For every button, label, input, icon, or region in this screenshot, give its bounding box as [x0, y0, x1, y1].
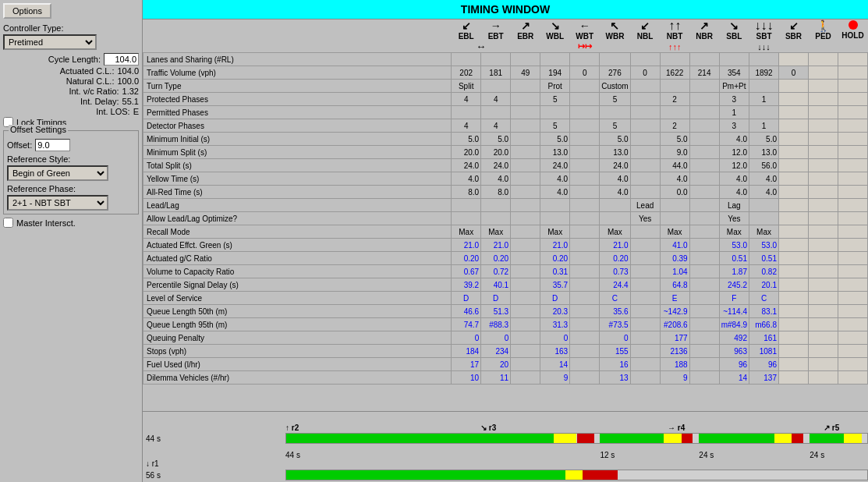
table-cell: 163: [540, 345, 570, 358]
sbr-icon: ↙: [779, 19, 809, 32]
master-int-checkbox[interactable]: [3, 218, 13, 228]
table-row: Minimum Initial (s)5.05.05.05.05.04.05.0: [143, 133, 868, 146]
wb-subhdr: ↦↦: [540, 41, 630, 53]
wbt-label: WBT: [570, 32, 600, 41]
r2-r3-r4-r5-bars: [285, 433, 868, 444]
table-cell: [511, 212, 540, 225]
cycle-length-row: Cycle Length:: [3, 53, 139, 66]
int-vc-value: 1.32: [122, 87, 139, 96]
wbr-icon: ↖: [600, 19, 630, 32]
table-cell: 181: [481, 66, 511, 80]
right-panel: TIMING WINDOW ↙ EBL → EBT: [143, 0, 868, 482]
table-cell: 44.0: [660, 159, 689, 172]
table-cell: 53.0: [719, 239, 749, 252]
table-cell: 31.3: [540, 318, 570, 331]
table-cell: [630, 292, 660, 305]
table-cell: C: [600, 292, 630, 305]
ebl-icon: ↙: [452, 19, 481, 32]
table-row: Lanes and Sharing (#RL): [143, 53, 868, 66]
table-cell: Max: [452, 225, 481, 239]
ref-style-select[interactable]: Begin of Green: [7, 165, 108, 181]
table-cell: [779, 119, 809, 133]
table-cell: [570, 212, 600, 225]
table-cell: 4.0: [540, 172, 570, 186]
table-cell: 202: [452, 66, 481, 80]
table-cell: [809, 146, 838, 159]
r2-yellow: [554, 434, 577, 443]
table-cell: [570, 278, 600, 292]
table-cell: [600, 199, 630, 212]
table-cell: [779, 371, 809, 385]
table-cell: 4: [452, 119, 481, 133]
cycle-length-input[interactable]: [104, 53, 139, 66]
table-cell: [630, 239, 660, 252]
table-cell: 49: [511, 66, 540, 80]
table-cell: [570, 371, 600, 385]
table-cell: [630, 119, 660, 133]
table-cell: [779, 225, 809, 239]
table-cell: 3: [719, 119, 749, 133]
table-cell: 5: [540, 93, 570, 106]
table-cell: 41.0: [660, 239, 689, 252]
table-cell: [570, 93, 600, 106]
hold-label: HOLD: [838, 31, 868, 40]
row-label-cell: Volume to Capacity Ratio: [143, 265, 452, 278]
table-cell: [600, 212, 630, 225]
r4-red: [792, 434, 803, 443]
row-label-cell: Minimum Split (s): [143, 146, 452, 159]
int-los-value: E: [133, 107, 139, 116]
table-cell: [570, 252, 600, 265]
table-cell: 74.7: [452, 318, 481, 331]
hold-icon: [838, 20, 868, 31]
ref-phase-select[interactable]: 2+1 - NBT SBT: [7, 195, 108, 211]
table-cell: [452, 53, 481, 66]
table-cell: [630, 225, 660, 239]
table-cell: [660, 106, 689, 119]
table-cell: [809, 199, 838, 212]
table-cell: [630, 186, 660, 199]
table-row: Percentile Signal Delay (s)39.240.135.72…: [143, 278, 868, 292]
int-delay-row: Int. Delay: 55.1: [3, 97, 139, 106]
table-cell: [779, 212, 809, 225]
table-row: Yellow Time (s)4.04.04.04.04.04.04.0: [143, 172, 868, 186]
options-button[interactable]: Options: [3, 3, 51, 19]
table-cell: 0: [600, 331, 630, 345]
table-cell: 12.0: [719, 146, 749, 159]
table-cell: D: [481, 292, 511, 305]
table-cell: [511, 358, 540, 371]
controller-type-select[interactable]: Pretimed: [3, 34, 97, 50]
table-cell: 11: [481, 371, 511, 385]
table-cell: [511, 345, 540, 358]
table-row: Actuated Effct. Green (s)21.021.021.021.…: [143, 239, 868, 252]
table-cell: [809, 186, 838, 199]
table-cell: 0.0: [660, 186, 689, 199]
table-cell: [779, 239, 809, 252]
table-cell: 1: [749, 93, 779, 106]
timing-bars-section: ↑ r2 ↘ r3 → r4 ↗ r5 44 s: [143, 411, 868, 482]
table-cell: [511, 331, 540, 345]
table-cell: [511, 199, 540, 212]
offset-input[interactable]: [35, 139, 70, 151]
table-cell: 0.73: [600, 265, 630, 278]
table-cell: [630, 80, 660, 93]
table-cell: [838, 345, 868, 358]
table-cell: [779, 292, 809, 305]
table-cell: 0.51: [749, 252, 779, 265]
table-cell: [570, 106, 600, 119]
table-cell: ~114.4: [719, 305, 749, 318]
table-cell: 1081: [749, 345, 779, 358]
row-label-cell: Permitted Phases: [143, 106, 452, 119]
table-cell: [689, 80, 719, 93]
table-cell: 354: [719, 66, 749, 80]
phase-row-top: ↑ r2 ↘ r3 → r4 ↗ r5: [143, 413, 868, 431]
table-cell: 2: [660, 119, 689, 133]
table-cell: [689, 292, 719, 305]
table-cell: D: [540, 292, 570, 305]
table-cell: [809, 265, 838, 278]
table-cell: [630, 53, 660, 66]
table-cell: [809, 252, 838, 265]
table-cell: [689, 239, 719, 252]
r1-yellow: [565, 470, 583, 480]
table-cell: [570, 345, 600, 358]
table-cell: [570, 186, 600, 199]
